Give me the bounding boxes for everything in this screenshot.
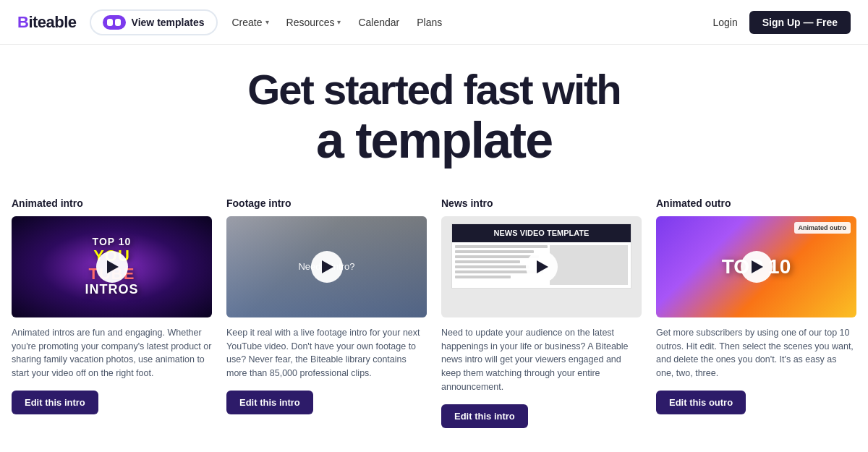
nav-right: Login Sign Up — Free — [713, 11, 851, 34]
play-icon — [537, 260, 548, 273]
card-animated-intro: Animated intro TOP 10 YOU TUBE INTROS An… — [12, 197, 212, 428]
chevron-down-icon: ▾ — [337, 18, 341, 26]
play-icon — [752, 260, 763, 273]
card-thumb-1[interactable]: TOP 10 YOU TUBE INTROS — [12, 216, 212, 317]
card-thumb-3[interactable]: NEWS VIDEO TEMPLATE — [441, 216, 642, 317]
view-templates-button[interactable]: View templates — [90, 9, 218, 35]
hero-section: Get started fast with a template — [0, 45, 868, 176]
card-animated-outro: Animated outro Animated outro TOP 10 Get… — [656, 197, 856, 428]
view-templates-label: View templates — [132, 17, 205, 28]
play-icon — [322, 260, 333, 273]
card-desc-3: Need to update your audience on the late… — [441, 326, 642, 394]
card-label-3: News intro — [441, 197, 642, 209]
navigation: Biteable View templates Create ▾ Resourc… — [0, 0, 868, 45]
card-desc-2: Keep it real with a live footage intro f… — [226, 326, 427, 380]
login-link[interactable]: Login — [713, 17, 738, 28]
edit-button-1[interactable]: Edit this intro — [12, 391, 98, 414]
edit-button-3[interactable]: Edit this intro — [441, 404, 528, 428]
edit-button-4[interactable]: Edit this outro — [656, 391, 746, 414]
play-button-1[interactable] — [96, 251, 128, 283]
play-button-2[interactable] — [311, 251, 343, 283]
mascot-icon — [103, 15, 126, 30]
hero-line1: Get started fast with — [17, 67, 851, 113]
card-thumb-2[interactable]: Need a intro? — [226, 216, 427, 317]
play-button-3[interactable] — [526, 251, 558, 283]
thumb-badge-4: Animated outro — [794, 222, 851, 234]
nav-plans[interactable]: Plans — [417, 17, 442, 28]
hero-title: Get started fast with a template — [17, 67, 851, 169]
thumb-image-placeholder — [550, 245, 628, 285]
nav-resources[interactable]: Resources ▾ — [286, 17, 341, 28]
card-label-2: Footage intro — [226, 197, 427, 209]
card-thumb-4[interactable]: Animated outro TOP 10 — [656, 216, 856, 317]
nav-create[interactable]: Create ▾ — [232, 17, 269, 28]
card-label-4: Animated outro — [656, 197, 856, 209]
chevron-down-icon: ▾ — [265, 18, 269, 26]
logo[interactable]: Biteable — [17, 13, 77, 32]
card-news-intro: News intro NEWS VIDEO TEMPLATE — [441, 197, 642, 428]
edit-button-2[interactable]: Edit this intro — [226, 391, 313, 414]
nav-links: Create ▾ Resources ▾ Calendar Plans — [232, 17, 713, 28]
hero-line2: a template — [17, 113, 851, 169]
cards-grid: Animated intro TOP 10 YOU TUBE INTROS An… — [12, 197, 856, 428]
cards-section: Animated intro TOP 10 YOU TUBE INTROS An… — [0, 176, 868, 445]
card-label-1: Animated intro — [12, 197, 212, 209]
play-button-4[interactable] — [741, 251, 773, 283]
play-icon — [107, 260, 119, 273]
card-desc-4: Get more subscribers by using one of our… — [656, 326, 856, 380]
nav-calendar[interactable]: Calendar — [358, 17, 399, 28]
card-footage-intro: Footage intro Need a intro? Keep it real… — [226, 197, 427, 428]
card-desc-1: Animated intros are fun and engaging. Wh… — [12, 326, 212, 380]
signup-button[interactable]: Sign Up — Free — [749, 11, 851, 34]
thumb-header-3: NEWS VIDEO TEMPLATE — [452, 224, 631, 242]
